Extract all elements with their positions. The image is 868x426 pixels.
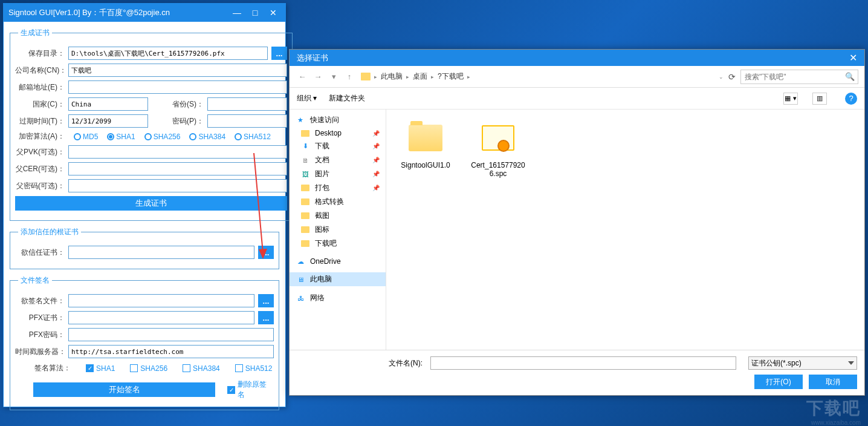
algo-radio-sha1[interactable]: SHA1	[107, 133, 135, 141]
parent-pwd-input[interactable]	[68, 179, 287, 192]
section-trust: 添加信任的根证书 欲信任证书： ...	[10, 227, 279, 269]
section-trust-legend: 添加信任的根证书	[18, 227, 81, 237]
sign-algo-sha512[interactable]: SHA512	[235, 364, 273, 373]
algo-radio-sha256[interactable]: SHA256	[144, 133, 181, 141]
open-button[interactable]: 打开(O)	[754, 375, 803, 389]
pfx-cert-label: PFX证书：	[15, 313, 65, 323]
filename-label: 文件名(N):	[380, 358, 426, 369]
sign-file-label: 欲签名文件：	[15, 296, 65, 306]
browse-sign-file-button[interactable]: ...	[258, 294, 274, 307]
tsa-input[interactable]	[68, 345, 274, 358]
country-label: 国家(C)：	[15, 99, 65, 110]
new-folder-button[interactable]: 新建文件夹	[329, 93, 365, 103]
algo-radio-sha512[interactable]: SHA512	[235, 133, 271, 141]
browse-pfx-cert-button[interactable]: ...	[258, 311, 274, 324]
breadcrumb-item[interactable]: 此电脑	[381, 71, 403, 82]
breadcrumb-item[interactable]: ?下载吧	[438, 71, 464, 82]
search-input[interactable]	[740, 70, 858, 84]
tsa-label: 时间戳服务器：	[15, 347, 65, 357]
section-sign: 文件签名 欲签名文件： ... PFX证书： ... PFX密码： 时间戳服务器…	[10, 275, 279, 410]
file-open-dialog: 选择证书 ✕ ← → ▾ ↑ ▸ 此电脑▸ 桌面▸ ?下载吧▸ ⌄ ⟳ 🔍 组织…	[289, 49, 865, 396]
section-generate-legend: 生成证书	[18, 28, 52, 38]
sidebar-item-pictures[interactable]: 🖼图片📌	[290, 167, 386, 181]
sign-algo-sha256[interactable]: SHA256	[130, 364, 167, 373]
file-item-cert[interactable]: Cert_161577920 6.spc	[468, 119, 528, 178]
view-icons-button[interactable]: ▦ ▾	[783, 93, 798, 105]
breadcrumb-drop-icon[interactable]: ⌄	[719, 74, 724, 80]
dialog-footer: 文件名(N): 证书公钥(*.spc) 打开(O) 取消	[290, 350, 864, 395]
dialog-file-list[interactable]: SigntoolGUI1.0 Cert_161577920 6.spc	[386, 110, 864, 350]
browse-save-dir-button[interactable]: ...	[271, 47, 287, 60]
sidebar-network[interactable]: 🖧网络	[290, 291, 386, 305]
trust-cert-label: 欲信任证书：	[15, 247, 65, 258]
nav-forward-button[interactable]: →	[311, 70, 325, 84]
help-button[interactable]: ?	[845, 93, 857, 105]
save-dir-input[interactable]	[68, 47, 268, 60]
organize-menu[interactable]: 组织 ▾	[297, 93, 317, 103]
pfx-pwd-label: PFX密码：	[15, 330, 65, 340]
certificate-icon	[482, 125, 514, 151]
sign-algo-sha384[interactable]: SHA384	[183, 364, 220, 373]
parent-cer-input[interactable]	[68, 162, 287, 175]
sidebar-item-documents[interactable]: 🗎文档📌	[290, 153, 386, 167]
file-name: Cert_161577920 6.spc	[468, 161, 528, 178]
nav-dropdown-button[interactable]: ▾	[327, 70, 340, 84]
nav-up-button[interactable]: ↑	[343, 70, 356, 84]
filename-input[interactable]	[430, 356, 736, 370]
sidebar-onedrive[interactable]: ☁OneDrive	[290, 255, 386, 267]
dialog-toolbar: 组织 ▾ 新建文件夹 ▦ ▾ ▥ ?	[290, 88, 864, 110]
sidebar-item-screenshot[interactable]: 截图	[290, 209, 386, 223]
password-input[interactable]	[207, 114, 287, 128]
parent-pvk-input[interactable]	[68, 145, 287, 159]
minimize-button[interactable]: —	[230, 8, 244, 18]
filetype-select[interactable]: 证书公钥(*.spc)	[748, 356, 857, 370]
algo-radio-sha384[interactable]: SHA384	[189, 133, 225, 141]
generate-button[interactable]: 生成证书	[15, 196, 287, 211]
file-name: SigntoolGUI1.0	[395, 161, 456, 169]
view-details-button[interactable]: ▥	[812, 93, 827, 105]
breadcrumb[interactable]: ▸ 此电脑▸ 桌面▸ ?下载吧▸	[361, 71, 714, 82]
province-label: 省份(S)：	[172, 99, 204, 110]
title-bar[interactable]: Signtool GUI[Ver1.0] By：千百度°@52pojie.cn …	[4, 4, 285, 22]
province-input[interactable]	[207, 97, 287, 111]
sidebar-item-desktop[interactable]: Desktop📌	[290, 127, 386, 139]
nav-back-button[interactable]: ←	[296, 70, 309, 84]
company-input[interactable]	[68, 64, 287, 77]
maximize-button[interactable]: □	[248, 8, 262, 18]
dialog-sidebar: ★快速访问 Desktop📌 ⬇下载📌 🗎文档📌 🖼图片📌 打包📌 格式转换 截…	[290, 110, 386, 350]
close-button[interactable]: ✕	[266, 8, 280, 18]
sidebar-item-pack[interactable]: 打包📌	[290, 181, 386, 195]
algo-radio-md5[interactable]: MD5	[74, 133, 98, 141]
sidebar-quick-access[interactable]: ★快速访问	[290, 113, 386, 127]
pin-icon: 📌	[372, 171, 380, 177]
email-label: 邮箱地址(E)：	[15, 82, 65, 93]
watermark-text: 下载吧	[806, 397, 861, 420]
refresh-button[interactable]: ⟳	[728, 72, 736, 82]
delete-original-checkbox[interactable]: ✓删除原签名	[227, 379, 274, 400]
sidebar-item-xiazaiba[interactable]: 下载吧	[290, 237, 386, 251]
expire-input[interactable]	[68, 114, 148, 128]
sidebar-item-icons[interactable]: 图标	[290, 223, 386, 237]
pfx-cert-input[interactable]	[68, 311, 254, 324]
file-item-folder[interactable]: SigntoolGUI1.0	[395, 119, 456, 169]
sidebar-this-pc[interactable]: 🖥此电脑	[290, 272, 386, 286]
sidebar-item-convert[interactable]: 格式转换	[290, 195, 386, 209]
cancel-button[interactable]: 取消	[809, 375, 857, 389]
trust-cert-input[interactable]	[68, 246, 254, 259]
dialog-close-button[interactable]: ✕	[849, 52, 857, 64]
window-title: Signtool GUI[Ver1.0] By：千百度°@52pojie.cn	[8, 7, 230, 18]
breadcrumb-item[interactable]: 桌面	[413, 71, 427, 82]
sign-algo-sha1[interactable]: ✓SHA1	[86, 364, 115, 373]
pfx-pwd-input[interactable]	[68, 328, 274, 341]
dialog-nav-bar: ← → ▾ ↑ ▸ 此电脑▸ 桌面▸ ?下载吧▸ ⌄ ⟳ 🔍	[290, 66, 864, 88]
expire-label: 过期时间(T)：	[15, 116, 65, 126]
sign-file-input[interactable]	[68, 294, 254, 307]
email-input[interactable]	[68, 80, 287, 94]
browse-trust-cert-button[interactable]: ...	[258, 246, 274, 259]
dialog-title-bar[interactable]: 选择证书 ✕	[290, 50, 864, 66]
start-sign-button[interactable]: 开始签名	[33, 382, 215, 397]
pin-icon: 📌	[372, 185, 380, 191]
sidebar-item-downloads[interactable]: ⬇下载📌	[290, 139, 386, 153]
country-input[interactable]	[68, 97, 148, 111]
folder-icon	[409, 125, 442, 151]
